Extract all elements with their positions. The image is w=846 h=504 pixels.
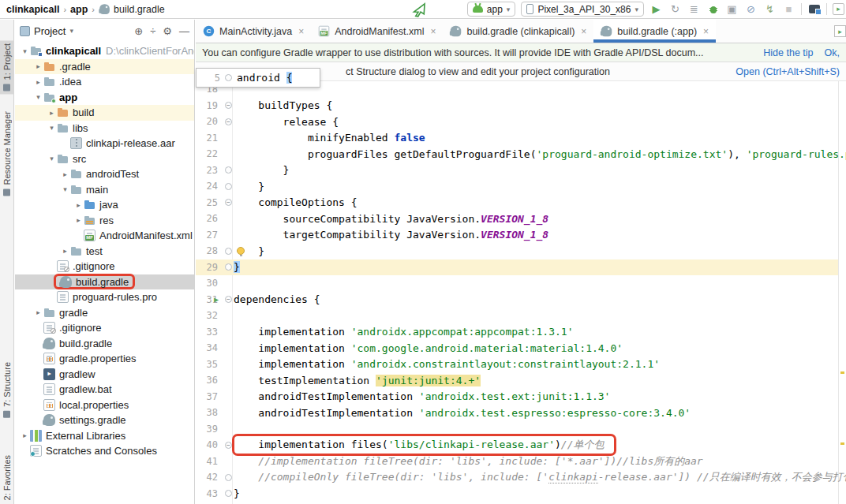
apply-code-changes-button[interactable]: ↯ — [763, 2, 777, 16]
close-icon[interactable]: × — [430, 26, 436, 37]
collapse-all-button[interactable]: ÷ — [150, 25, 155, 37]
intention-bulb-icon[interactable] — [237, 247, 245, 255]
run-line-icon[interactable]: ▶ — [214, 295, 219, 304]
chevron-right-icon[interactable]: ▸ — [60, 247, 70, 255]
hide-the-tip-link[interactable]: Hide the tip — [763, 47, 813, 58]
code-line-34[interactable]: 34 implementation 'com.google.android.ma… — [196, 340, 838, 357]
code-line-19[interactable]: 19− buildTypes { — [196, 98, 838, 114]
stop-button[interactable]: ■ — [782, 2, 795, 16]
chevron-down-icon[interactable]: ▾ — [20, 47, 30, 55]
device-select[interactable]: Pixel_3a_API_30_x86▾ — [521, 2, 644, 17]
chevron-right-icon[interactable]: ▸ — [60, 170, 70, 178]
tree-item-androidmanifest-xml[interactable]: MFAndroidManifest.xml — [15, 228, 194, 244]
chevron-right-icon[interactable]: ▸ — [33, 78, 43, 86]
fold-marker-icon[interactable] — [225, 74, 232, 81]
chevron-down-icon[interactable]: ▾ — [69, 27, 73, 35]
chevron-down-icon[interactable]: ▾ — [47, 155, 57, 162]
code-line-29[interactable]: 29} — [196, 259, 838, 276]
chevron-right-icon[interactable]: ▸ — [33, 62, 43, 70]
tab-androidmanifest-xml[interactable]: MFAndroidManifest.xml× — [311, 20, 443, 43]
tree-item-gradlew[interactable]: ▸gradlew — [15, 367, 194, 383]
code-line-30[interactable]: 30 — [196, 275, 838, 292]
code-line-31[interactable]: 31▶−dependencies { — [196, 292, 838, 308]
code-line-22[interactable]: 22 proguardFiles getDefaultProguardFile(… — [196, 146, 838, 162]
tab-mainactivity-java[interactable]: CMainActivity.java× — [196, 20, 311, 43]
ok-link[interactable]: Ok, — [825, 47, 840, 58]
chevron-right-icon[interactable]: ▸ — [20, 431, 30, 439]
tree-item-gradle[interactable]: ▸.gradle — [15, 59, 194, 75]
fold-marker-icon[interactable]: − — [225, 442, 232, 449]
device-manager-button[interactable] — [807, 2, 821, 16]
code-line-25[interactable]: 25− compileOptions { — [196, 195, 838, 211]
error-stripe[interactable] — [838, 81, 846, 504]
fold-marker-icon[interactable] — [225, 183, 232, 190]
code-line-33[interactable]: 33 implementation 'androidx.appcompat:ap… — [196, 324, 838, 341]
tool-tab-project[interactable]: 1: Project — [0, 40, 14, 94]
code-line-37[interactable]: 37 androidTestImplementation 'androidx.t… — [196, 389, 838, 405]
tab-build-gradle-clinkapicall[interactable]: build.gradle (clinkapicall)× — [443, 20, 593, 43]
code-line-20[interactable]: 20− release { — [196, 114, 838, 130]
rerun-button[interactable]: ↻ — [668, 2, 682, 16]
code-line-26[interactable]: 26 sourceCompatibility JavaVersion.VERSI… — [196, 211, 838, 227]
code-editor[interactable]: 1819− buildTypes {20− release {21 minify… — [196, 81, 838, 504]
tree-item-java[interactable]: ▸java — [15, 197, 194, 213]
tree-item-external-libraries[interactable]: ▸External Libraries — [15, 428, 194, 444]
close-icon[interactable]: × — [703, 26, 709, 37]
chevron-down-icon[interactable]: ▾ — [33, 93, 43, 101]
tree-item-main[interactable]: ▾main — [15, 182, 194, 198]
chevron-down-icon[interactable]: ▾ — [47, 124, 57, 132]
profiler-button[interactable]: ⊘ — [744, 2, 758, 16]
chevron-right-icon[interactable]: ▸ — [47, 109, 57, 117]
code-line-36[interactable]: 36 testImplementation 'junit:junit:4.+' — [196, 372, 838, 389]
tree-item-gitignore[interactable]: .gitignore — [15, 320, 194, 336]
fold-marker-icon[interactable] — [225, 248, 232, 255]
chevron-right-icon[interactable]: ▸ — [73, 201, 84, 209]
code-line-28[interactable]: 28 } — [196, 243, 838, 259]
code-line-23[interactable]: 23 } — [196, 162, 838, 179]
tree-item-app[interactable]: ▾app — [15, 90, 194, 106]
locate-button[interactable]: ⊕ — [134, 25, 143, 37]
tree-item-test[interactable]: ▸test — [15, 244, 194, 259]
run-configurations-button[interactable]: ≣ — [687, 2, 701, 16]
tree-item-clinkapi-release-aar[interactable]: clinkapi-release.aar — [15, 136, 194, 151]
open-project-structure-link[interactable]: Open (Ctrl+Alt+Shift+S) — [736, 66, 840, 77]
chevron-right-icon[interactable]: ▸ — [33, 308, 43, 316]
tab-build-gradle-app[interactable]: build.gradle (:app)× — [593, 20, 716, 43]
hidden-tabs-button[interactable]: ▸ — [834, 25, 846, 37]
fold-marker-icon[interactable]: − — [225, 199, 232, 206]
breadcrumb-item-clinkapicall[interactable]: clinkapicall — [6, 4, 59, 15]
run-configuration-select[interactable]: app▾ — [467, 2, 516, 17]
settings-button[interactable]: ⚙ — [163, 25, 172, 37]
tree-item-scratches-and-consoles[interactable]: Scratches and Consoles — [15, 443, 194, 459]
tree-item-clinkapicall[interactable]: ▾clinkapicallD:\clinkClientForAndro — [15, 43, 194, 59]
tree-item-gradle[interactable]: ▸gradle — [15, 305, 194, 321]
fold-marker-icon[interactable]: − — [225, 102, 232, 109]
code-line-32[interactable]: 32 — [196, 308, 838, 324]
tree-item-build-gradle[interactable]: build.gradle — [15, 274, 194, 290]
fold-marker-icon[interactable]: − — [225, 296, 232, 303]
fold-marker-icon[interactable] — [225, 166, 232, 174]
tree-item-androidtest[interactable]: ▸androidTest — [15, 166, 194, 182]
sticky-line-android-block[interactable]: 5 android { — [196, 68, 320, 88]
fold-marker-icon[interactable]: − — [225, 118, 232, 125]
debug-button[interactable] — [706, 2, 720, 16]
hide-button[interactable]: — — [179, 25, 189, 37]
tree-item-res[interactable]: ▸res — [15, 213, 194, 229]
code-line-27[interactable]: 27 targetCompatibility JavaVersion.VERSI… — [196, 227, 838, 244]
tree-item-gradle-properties[interactable]: gradle.properties — [15, 351, 194, 367]
tree-item-idea[interactable]: ▸.idea — [15, 74, 194, 90]
code-line-40[interactable]: 40− implementation files('libs/clinkapi-… — [196, 437, 838, 454]
coverage-button[interactable]: ▣ — [725, 2, 739, 16]
tree-item-src[interactable]: ▾src — [15, 151, 194, 167]
fold-marker-icon[interactable] — [225, 263, 232, 271]
code-line-38[interactable]: 38 androidTestImplementation 'androidx.t… — [196, 405, 838, 421]
tool-tab-structure[interactable]: 7: Structure — [0, 359, 14, 421]
breadcrumb-item-build-gradle[interactable]: build.gradle — [99, 3, 165, 15]
tree-item-proguard-rules-pro[interactable]: proguard-rules.pro — [15, 289, 194, 305]
close-icon[interactable]: × — [298, 26, 304, 37]
code-line-42[interactable]: 42 //compileOnly fileTree(dir: 'libs', i… — [196, 469, 838, 486]
code-line-35[interactable]: 35 implementation 'androidx.constraintla… — [196, 357, 838, 373]
more-panel-button[interactable]: ▸ — [833, 3, 844, 15]
chevron-right-icon[interactable]: ▸ — [73, 216, 84, 224]
code-line-21[interactable]: 21 minifyEnabled false — [196, 130, 838, 147]
